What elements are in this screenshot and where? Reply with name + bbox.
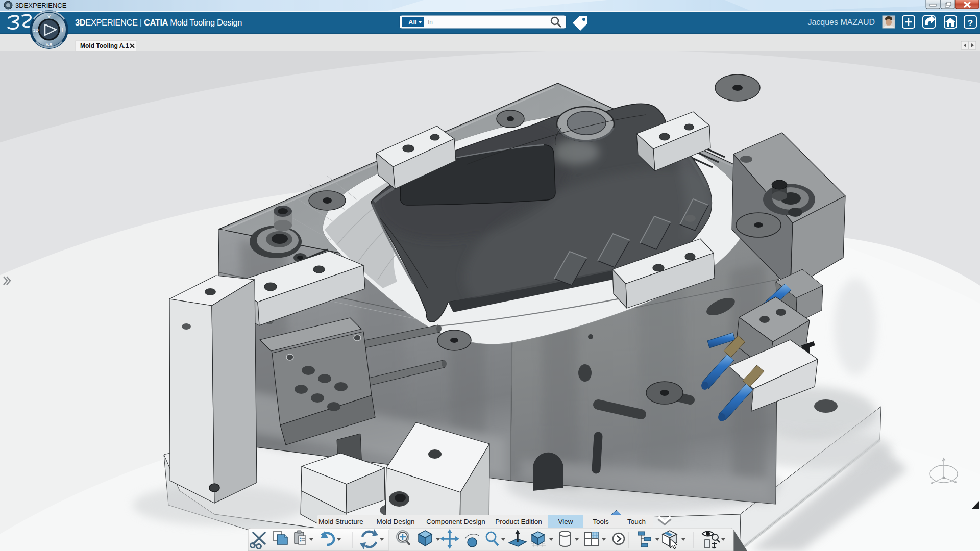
svg-text:Jacques MAZAUD: Jacques MAZAUD [807,18,875,27]
svg-text:?: ? [968,18,973,28]
svg-text:Mold Structure: Mold Structure [318,518,363,525]
svg-text:Product Edition: Product Edition [495,518,542,525]
svg-text:3DEXPERIENCE: 3DEXPERIENCE [15,2,67,9]
svg-text:In: In [428,19,433,26]
svg-text:Y: Y [47,14,51,19]
svg-text:Tools: Tools [593,518,609,525]
svg-text:i: i [62,28,63,33]
svg-text:All: All [408,18,417,26]
svg-text:Component Design: Component Design [426,518,485,525]
svg-text:Mold Tooling A.1: Mold Tooling A.1 [80,42,129,49]
svg-text:V,R: V,R [46,42,53,47]
svg-text:View: View [558,518,573,525]
svg-text:3D: 3D [33,28,39,33]
svg-text:Mold Design: Mold Design [376,518,414,525]
svg-text:3DEXPERIENCE | CATIA Mold Tool: 3DEXPERIENCE | CATIA Mold Tooling Design [75,18,242,27]
svg-text:Touch: Touch [627,518,646,525]
